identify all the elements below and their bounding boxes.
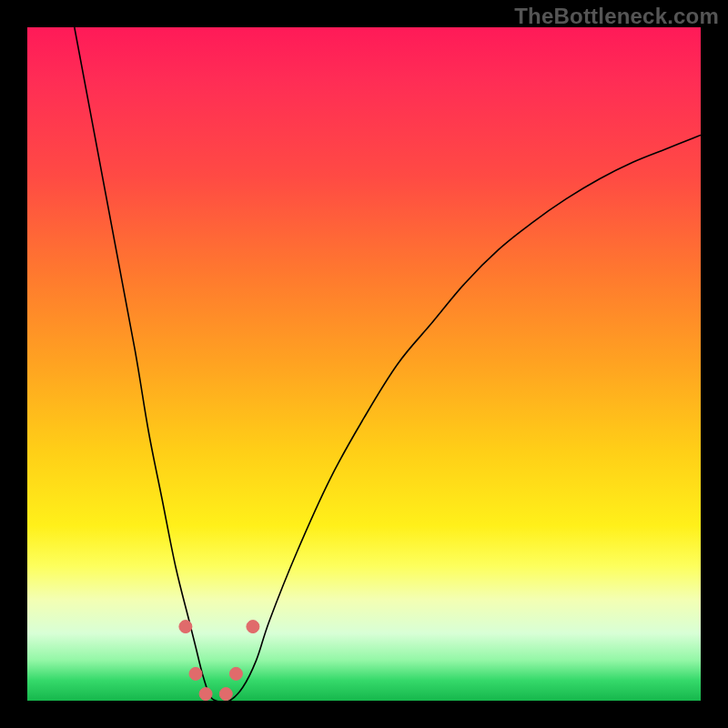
curve-marker-2	[199, 688, 212, 701]
bottleneck-curve-path	[75, 27, 701, 701]
curve-marker-3	[219, 688, 232, 701]
curve-layer	[27, 27, 701, 701]
watermark-text: TheBottleneck.com	[514, 4, 719, 29]
marker-group	[179, 621, 259, 701]
curve-marker-0	[179, 621, 192, 633]
plot-area	[27, 27, 701, 701]
curve-marker-4	[229, 667, 242, 680]
curve-marker-1	[189, 667, 202, 680]
curve-marker-5	[247, 621, 259, 633]
chart-frame: TheBottleneck.com	[0, 0, 728, 728]
